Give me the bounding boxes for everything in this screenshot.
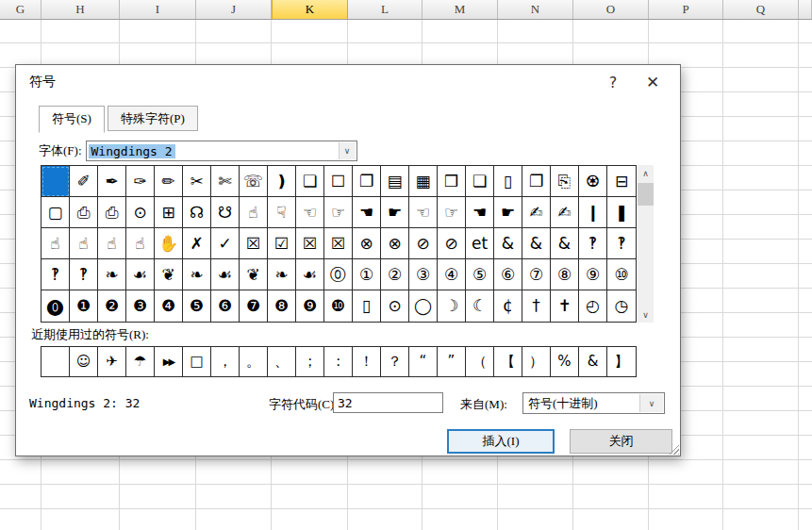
symbol-cell[interactable]: ⎘ (551, 166, 579, 197)
symbol-cell[interactable]: ✋ (155, 228, 183, 259)
symbol-cell[interactable]: ☚ (353, 197, 381, 228)
scroll-up-icon[interactable]: ∧ (638, 165, 654, 181)
symbol-cell[interactable]: ❷ (98, 290, 126, 322)
symbol-cell[interactable]: ‽ (70, 259, 98, 290)
symbol-cell[interactable]: ✐ (70, 166, 98, 197)
symbol-cell[interactable]: ◯ (409, 290, 438, 322)
symbol-cell[interactable]: ¢ (494, 290, 522, 322)
column-header-partial[interactable] (799, 0, 812, 19)
symbol-cell[interactable]: ❼ (240, 290, 268, 322)
symbol-cell[interactable]: ⊙ (126, 197, 155, 228)
from-combobox[interactable]: 符号(十进制) ∨ (522, 392, 665, 414)
recent-symbol-cell[interactable]: & (579, 347, 607, 376)
symbol-cell[interactable]: ❦ (155, 259, 183, 290)
symbol-cell[interactable]: ⑩ (607, 259, 636, 290)
recent-symbol-cell[interactable]: % (551, 347, 579, 376)
column-header-G[interactable]: G (0, 0, 41, 19)
column-header-Q[interactable]: Q (723, 0, 799, 19)
recent-symbol-cell[interactable]: ， (211, 347, 240, 376)
symbol-cell[interactable]: ④ (438, 259, 466, 290)
symbol-cell[interactable]: † (522, 290, 551, 322)
symbol-cell[interactable]: ☊ (183, 197, 211, 228)
symbol-cell[interactable]: ✗ (183, 228, 211, 259)
column-header-K[interactable]: K (272, 0, 348, 19)
symbol-cell[interactable]: ✍ (551, 197, 579, 228)
symbol-cell[interactable]: ☝ (126, 228, 155, 259)
recent-symbol-cell[interactable]: ☂ (126, 347, 155, 376)
symbol-cell[interactable]: ☒ (296, 228, 324, 259)
symbol-cell[interactable]: ☛ (494, 197, 522, 228)
symbol-cell[interactable]: ☙ (211, 259, 240, 290)
symbol-cell[interactable]: ✝ (551, 290, 579, 322)
symbol-cell[interactable]: ③ (409, 259, 438, 290)
recent-symbol-cell[interactable] (41, 347, 70, 376)
symbol-cell[interactable]: ☙ (296, 259, 324, 290)
column-header-I[interactable]: I (120, 0, 196, 19)
column-header-P[interactable]: P (649, 0, 723, 19)
symbol-cell[interactable]: ❚ (607, 197, 636, 228)
column-header-J[interactable]: J (196, 0, 272, 19)
tab-special-characters[interactable]: 特殊字符(P) (108, 106, 198, 131)
symbol-cell[interactable]: ✂ (183, 166, 211, 197)
symbol-cell[interactable]: ☒ (324, 228, 353, 259)
symbol-cell[interactable]: ❐ (522, 166, 551, 197)
symbol-grid-scrollbar[interactable]: ∧ ∨ (638, 165, 654, 323)
symbol-cell[interactable]: ✓ (211, 228, 240, 259)
symbol-cell[interactable]: ⊙ (381, 290, 409, 322)
recent-symbol-cell[interactable]: ▶▶ (155, 347, 183, 376)
symbol-cell[interactable]: ♼ (579, 166, 607, 197)
symbol-cell[interactable]: ⓿ (41, 290, 70, 322)
symbol-cell[interactable]: ⑨ (579, 259, 607, 290)
symbol-cell[interactable]: ❶ (70, 290, 98, 322)
symbol-cell[interactable]: ☙ (126, 259, 155, 290)
char-code-input[interactable] (333, 392, 443, 413)
symbol-cell[interactable]: ⑦ (522, 259, 551, 290)
column-header-H[interactable]: H (41, 0, 120, 19)
symbol-cell[interactable]: ☝ (70, 228, 98, 259)
symbol-cell[interactable]: ▯ (353, 290, 381, 322)
recent-symbol-cell[interactable]: ： (324, 347, 353, 376)
recent-symbol-cell[interactable]: ” (438, 347, 466, 376)
symbol-cell[interactable]: ✒ (98, 166, 126, 197)
symbol-cell[interactable]: ‽ (41, 259, 70, 290)
symbol-cell[interactable]: ❦ (240, 259, 268, 290)
symbol-cell[interactable]: ❏ (296, 166, 324, 197)
symbol-cell[interactable]: ⎙ (98, 197, 126, 228)
symbol-cell[interactable]: ❏ (466, 166, 494, 197)
symbol-cell[interactable]: ❹ (155, 290, 183, 322)
symbol-cell[interactable]: ▤ (381, 166, 409, 197)
font-combobox[interactable]: Wingdings 2 ∨ (86, 141, 357, 161)
symbol-cell[interactable]: ❾ (296, 290, 324, 322)
symbol-cell[interactable]: ☜ (296, 197, 324, 228)
tab-symbols[interactable]: 符号(S) (39, 106, 105, 133)
symbol-cell[interactable]: ◴ (579, 290, 607, 322)
recent-symbol-cell[interactable]: ！ (353, 347, 381, 376)
symbol-cell[interactable]: ❧ (268, 259, 296, 290)
chevron-down-icon[interactable]: ∨ (339, 142, 356, 159)
symbol-cell[interactable]: ✏ (155, 166, 183, 197)
symbol-cell[interactable]: ✍ (522, 197, 551, 228)
symbol-cell[interactable]: ⊗ (353, 228, 381, 259)
chevron-down-icon[interactable]: ∨ (639, 394, 663, 412)
symbol-cell[interactable]: ▯ (494, 166, 522, 197)
symbol-cell[interactable]: & (494, 228, 522, 259)
symbol-cell[interactable]: ⊘ (438, 228, 466, 259)
symbol-cell[interactable]: ❐ (353, 166, 381, 197)
recent-symbol-cell[interactable]: 。 (240, 347, 268, 376)
symbol-cell[interactable]: & (551, 228, 579, 259)
scrollbar-thumb[interactable] (638, 183, 654, 206)
recent-symbol-cell[interactable]: 】 (607, 347, 636, 376)
symbol-cell[interactable]: ❒ (438, 166, 466, 197)
symbol-cell[interactable]: ☾ (466, 290, 494, 322)
symbol-cell[interactable]: et (466, 228, 494, 259)
symbol-cell[interactable]: ① (353, 259, 381, 290)
symbol-cell[interactable]: ☐ (324, 166, 353, 197)
recent-symbol-cell[interactable]: ✈ (98, 347, 126, 376)
symbol-cell[interactable]: ☝ (240, 197, 268, 228)
symbol-cell[interactable]: ❧ (183, 259, 211, 290)
symbol-cell[interactable]: ☚ (466, 197, 494, 228)
symbol-cell[interactable]: ✄ (211, 166, 240, 197)
recent-symbol-cell[interactable]: ） (522, 347, 551, 376)
symbol-cell[interactable] (41, 166, 70, 197)
symbol-cell[interactable]: ◷ (607, 290, 636, 322)
